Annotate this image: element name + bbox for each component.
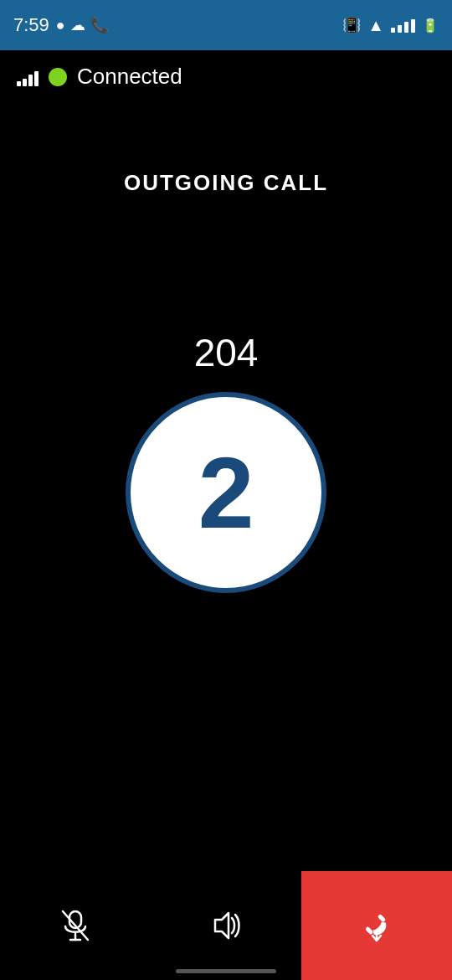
wifi-icon: ▲: [367, 16, 384, 35]
connected-text: Connected: [77, 64, 182, 90]
cloud-icon: ☁: [70, 16, 85, 34]
end-call-icon: [356, 905, 398, 946]
avatar-circle: 2: [126, 392, 326, 593]
connected-row: Connected: [0, 50, 452, 103]
svg-rect-6: [365, 926, 374, 936]
status-icons-left: ● ☁ 📞: [56, 16, 109, 34]
main-content: OUTGOING CALL 204 2: [0, 103, 452, 593]
status-left: 7:59 ● ☁ 📞: [13, 14, 109, 36]
status-bar: 7:59 ● ☁ 📞 📳 ▲ 🔋: [0, 0, 452, 50]
outgoing-call-label: OUTGOING CALL: [124, 170, 328, 196]
signal-bars-connected: [17, 68, 39, 86]
status-time: 7:59: [13, 14, 49, 36]
phone-number: 204: [194, 330, 259, 375]
mute-icon: [59, 908, 91, 943]
connected-dot: [49, 68, 67, 86]
circle-icon: ●: [56, 17, 65, 34]
speaker-icon: [210, 908, 242, 943]
bottom-toolbar: [0, 871, 452, 980]
vibrate-icon: 📳: [342, 16, 361, 34]
signal-bars: [391, 18, 415, 33]
battery-icon: 🔋: [422, 18, 439, 34]
call-area: OUTGOING CALL 204 2: [124, 103, 328, 593]
home-indicator: [176, 969, 276, 973]
svg-marker-4: [215, 913, 229, 938]
end-call-button[interactable]: [301, 871, 452, 980]
mute-button[interactable]: [0, 871, 151, 980]
phone-status-icon: 📞: [90, 16, 109, 34]
svg-rect-5: [378, 914, 387, 923]
speaker-button[interactable]: [151, 871, 301, 980]
avatar-char: 2: [198, 442, 254, 543]
status-right: 📳 ▲ 🔋: [342, 16, 439, 35]
